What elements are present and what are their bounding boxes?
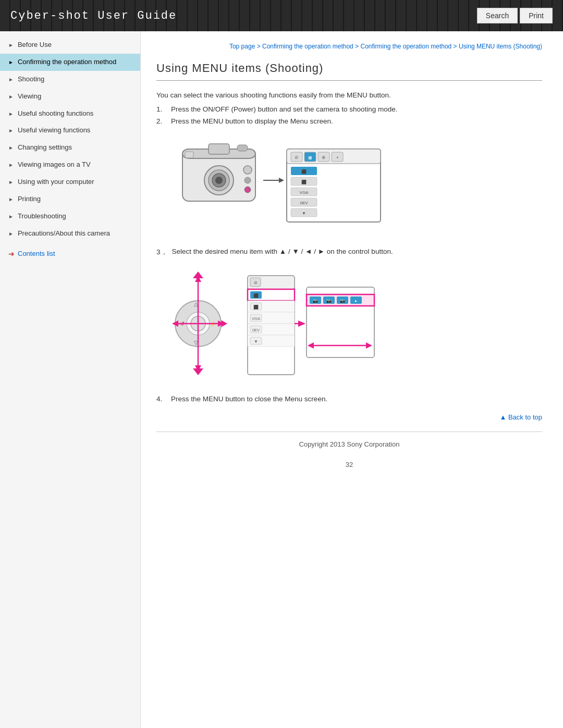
camera-menu-diagram: ⊘ ▦ ⊕ ▪ ⬛ ⬛ VGA 0EV ▼: [167, 133, 396, 238]
svg-text:VGA: VGA: [252, 316, 260, 321]
step-4-num: 4.: [156, 395, 167, 403]
intro-text: You can select the various shooting func…: [156, 91, 542, 99]
header-actions: Search Print: [477, 8, 553, 23]
svg-text:⊘: ⊘: [254, 280, 258, 285]
arrow-right-icon: ➔: [8, 250, 15, 258]
svg-point-8: [244, 177, 251, 183]
svg-marker-14: [279, 178, 284, 183]
svg-text:0EV: 0EV: [300, 201, 308, 205]
svg-text:📷: 📷: [340, 298, 345, 303]
breadcrumb-confirming1[interactable]: Confirming the operation method: [262, 43, 353, 50]
svg-text:⬛: ⬛: [301, 169, 307, 174]
svg-rect-11: [237, 145, 248, 151]
svg-text:📷: 📷: [313, 298, 318, 303]
svg-text:⬛: ⬛: [253, 304, 259, 310]
svg-rect-12: [185, 152, 193, 158]
svg-text:▼: ▼: [254, 339, 258, 344]
sidebar-arrow-icon: ►: [8, 110, 14, 117]
svg-text:▪: ▪: [336, 155, 338, 160]
footer-copyright: Copyright 2013 Sony Corporation: [156, 432, 542, 456]
diagram-step2: ⊘ ▦ ⊕ ▪ ⬛ ⬛ VGA 0EV ▼: [167, 133, 542, 239]
sidebar-arrow-icon: ►: [8, 93, 14, 100]
sidebar-item-viewing[interactable]: ► Viewing: [0, 88, 140, 105]
svg-text:▼: ▼: [302, 211, 306, 216]
sidebar-arrow-icon: ►: [8, 179, 14, 186]
sidebar-arrow-icon: ►: [8, 230, 14, 237]
breadcrumb-confirming2[interactable]: Confirming the operation method: [360, 43, 451, 50]
sidebar-item-before-use[interactable]: ► Before Use: [0, 36, 140, 54]
svg-text:0EV: 0EV: [252, 328, 260, 332]
sidebar-item-computer[interactable]: ► Using with your computer: [0, 174, 140, 191]
svg-point-10: [245, 187, 250, 192]
sidebar-arrow-icon: ►: [8, 196, 14, 203]
sidebar-item-troubleshooting[interactable]: ► Troubleshooting: [0, 208, 140, 225]
svg-point-7: [243, 166, 252, 174]
main-content: Top page > Confirming the operation meth…: [141, 31, 563, 728]
step-2-num: 2.: [156, 117, 167, 125]
svg-text:⊘: ⊘: [295, 155, 299, 160]
step-1-num: 1.: [156, 105, 167, 113]
svg-text:⊕: ⊕: [322, 155, 326, 160]
back-to-top-link[interactable]: ▲ Back to top: [156, 413, 542, 421]
step-3: 3． Select the desired menu item with ▲ /…: [156, 248, 542, 257]
svg-text:VGA: VGA: [300, 190, 309, 195]
sidebar-item-useful-viewing[interactable]: ► Useful viewing functions: [0, 122, 140, 139]
step-2-text: Press the MENU button to display the Men…: [171, 117, 333, 125]
sidebar-item-viewing-tv[interactable]: ► Viewing images on a TV: [0, 156, 140, 174]
breadcrumb-using-menu[interactable]: Using MENU items (Shooting): [459, 43, 542, 50]
sidebar-arrow-icon: ►: [8, 162, 14, 168]
svg-rect-2: [209, 144, 229, 154]
site-title: Cyber-shot User Guide: [10, 9, 177, 22]
step-1-text: Press the ON/OFF (Power) button and set …: [171, 105, 397, 113]
sidebar-item-useful-shooting[interactable]: ► Useful shooting functions: [0, 105, 140, 122]
contents-list-link[interactable]: ➔ Contents list: [0, 244, 140, 263]
sidebar-arrow-icon: ►: [8, 42, 14, 48]
control-menu-diagram: ↔ ↔ ↺ ⚡: [167, 265, 427, 385]
svg-point-6: [215, 177, 223, 184]
sidebar-item-confirming[interactable]: ► Confirming the operation method: [0, 54, 140, 71]
main-layout: ► Before Use ► Confirming the operation …: [0, 31, 563, 728]
sidebar-arrow-icon: ►: [8, 59, 14, 66]
sidebar-item-changing-settings[interactable]: ► Changing settings: [0, 139, 140, 156]
sidebar-arrow-icon: ►: [8, 213, 14, 220]
sidebar: ► Before Use ► Confirming the operation …: [0, 31, 141, 728]
search-button[interactable]: Search: [477, 8, 518, 23]
sidebar-item-precautions[interactable]: ► Precautions/About this camera: [0, 225, 140, 242]
diagram-step3: ↔ ↔ ↺ ⚡: [167, 265, 542, 387]
step-3-num: 3．: [156, 248, 168, 257]
svg-text:⬛: ⬛: [253, 293, 259, 298]
sidebar-arrow-icon: ►: [8, 144, 14, 151]
svg-text:▸: ▸: [355, 299, 357, 303]
breadcrumb: Top page > Confirming the operation meth…: [156, 42, 542, 51]
svg-text:⬛: ⬛: [301, 179, 307, 184]
page-number: 32: [156, 461, 542, 468]
page-header: Cyber-shot User Guide Search Print: [0, 0, 563, 31]
breadcrumb-top[interactable]: Top page: [229, 43, 255, 50]
page-title: Using MENU items (Shooting): [156, 61, 542, 81]
sidebar-item-shooting[interactable]: ► Shooting: [0, 71, 140, 88]
step-1: 1. Press the ON/OFF (Power) button and s…: [156, 105, 542, 113]
step-4: 4. Press the MENU button to close the Me…: [156, 395, 542, 403]
step-2: 2. Press the MENU button to display the …: [156, 117, 542, 125]
sidebar-arrow-icon: ►: [8, 127, 14, 134]
svg-text:📷: 📷: [326, 298, 332, 303]
sidebar-item-printing[interactable]: ► Printing: [0, 191, 140, 208]
print-button[interactable]: Print: [520, 8, 553, 23]
step-3-text: Select the desired menu item with ▲ / ▼ …: [172, 248, 393, 255]
sidebar-arrow-icon: ►: [8, 76, 14, 83]
svg-text:▦: ▦: [308, 155, 312, 160]
step-4-text: Press the MENU button to close the Menu …: [171, 395, 327, 403]
